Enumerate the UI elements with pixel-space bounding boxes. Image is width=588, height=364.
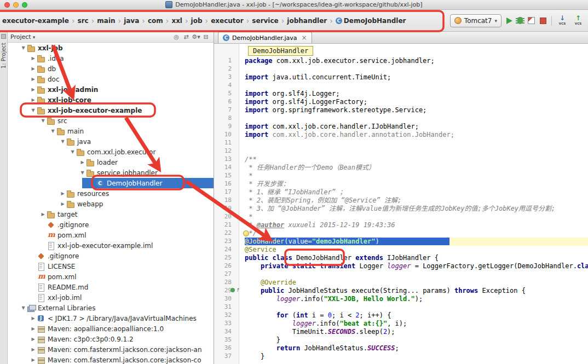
expanded-arrow-icon[interactable]: ▼ [39, 118, 47, 123]
tree-item-com.xxl.job.executor[interactable]: ▼com.xxl.job.executor [8, 147, 214, 157]
breadcrumb-item[interactable]: com [147, 16, 164, 26]
code-line[interactable]: * 1、继承 “IJobHandler” ； [245, 188, 588, 197]
breadcrumb-item[interactable]: executor [210, 16, 245, 26]
tree-item-maven-aopalliance-aopalliance-1.0[interactable]: ▶Maven: aopalliance:aopalliance:1.0 [8, 323, 214, 334]
collapsed-arrow-icon[interactable]: ▶ [30, 347, 37, 352]
run-button[interactable] [506, 18, 512, 24]
code-line[interactable]: * 3、加 “@JobHander” 注解，注解value值为新增任务生成的Jo… [245, 205, 588, 213]
tree-item-src[interactable]: ▼src [8, 115, 214, 126]
code-line[interactable]: TimeUnit.SECONDS.sleep(2); [245, 328, 588, 336]
breadcrumb-item[interactable]: jobhandler [286, 16, 328, 26]
code-line[interactable]: public class DemoJobHandler extends IJob… [245, 254, 588, 262]
collapsed-arrow-icon[interactable]: ▶ [30, 97, 37, 102]
code-line[interactable]: return JobHandleStatus.SUCCESS; [245, 344, 588, 353]
close-window-button[interactable] [4, 2, 10, 8]
tree-item-maven-com.fasterxml.jackson.core-jackson-an[interactable]: ▶Maven: com.fasterxml.jackson.core:jacks… [8, 344, 214, 355]
close-icon[interactable]: × [302, 34, 307, 42]
project-tool-window-button[interactable]: 1: Project [1, 43, 7, 68]
code-line[interactable]: * 开发步骤： [245, 180, 588, 188]
tree-item-maven-com.fasterxml.jackson.core-jackson-co[interactable]: ▶Maven: com.fasterxml.jackson.core:jacks… [8, 355, 214, 364]
breadcrumb-item[interactable]: xxl [170, 16, 183, 26]
code-line[interactable] [245, 82, 588, 90]
tree-item-license[interactable]: LICENSE [8, 261, 214, 271]
code-line[interactable]: public JobHandleStatus execute(String...… [245, 287, 588, 295]
stop-button[interactable] [540, 18, 546, 24]
code-line[interactable] [245, 139, 588, 147]
tree-item-resources[interactable]: ▶resources [8, 188, 214, 199]
code-line[interactable] [245, 65, 588, 73]
tree-item-xxl-job.iml[interactable]: xxl-job.iml [8, 292, 214, 303]
collapsed-arrow-icon[interactable]: ▶ [59, 201, 66, 206]
expanded-arrow-icon[interactable]: ▼ [20, 305, 27, 310]
breadcrumb-item[interactable]: src [76, 16, 89, 26]
tree-item-xxl-job[interactable]: ▼xxl-job [8, 43, 214, 53]
tool-strip-icon[interactable] [1, 34, 6, 39]
breadcrumb-item[interactable]: service [251, 16, 279, 26]
tree-item-webapp[interactable]: ▶webapp [8, 199, 214, 209]
code-line[interactable]: package com.xxl.job.executor.service.job… [245, 57, 588, 65]
tree-item-.gitignore[interactable]: .gitignore [8, 251, 214, 261]
code-line[interactable]: * @author xuxueli 2015-12-19 19:43:36 [245, 221, 588, 229]
vcs-update-button[interactable]: ↓ VCS [557, 15, 568, 26]
code-line[interactable]: import org.springframework.stereotype.Se… [245, 106, 588, 114]
expanded-arrow-icon[interactable]: ▼ [20, 45, 27, 50]
run-configuration-select[interactable]: Tomcat7 ▾ [450, 14, 501, 27]
tree-item-doc[interactable]: ▶doc [8, 74, 214, 84]
code-line[interactable]: import com.xxl.job.core.handler.IJobHand… [245, 123, 588, 131]
vcs-commit-button[interactable]: ↑ VCS [573, 15, 584, 26]
collapsed-arrow-icon[interactable]: ▶ [59, 191, 66, 196]
code-line[interactable] [245, 303, 588, 311]
collapsed-arrow-icon[interactable]: ▶ [30, 326, 37, 331]
code-line[interactable]: * [245, 213, 588, 221]
code-line[interactable]: } [245, 353, 588, 361]
breadcrumb-item[interactable]: DemoJobHandler [335, 16, 407, 26]
tree-item-loader[interactable]: ▶loader [8, 157, 214, 167]
code-line[interactable]: import java.util.concurrent.TimeUnit; [245, 73, 588, 82]
code-line[interactable]: } [245, 336, 588, 344]
code-line[interactable]: /** [245, 155, 588, 164]
code-line[interactable]: logger.info("beat at:{}", i); [245, 320, 588, 328]
tree-item-.idea[interactable]: ▶.idea [8, 53, 214, 63]
tree-item-service.jobhandler[interactable]: ▼service.jobhandler [8, 167, 214, 178]
breadcrumb-item[interactable]: job [190, 16, 204, 26]
tree-item-target[interactable]: ▶target [8, 209, 214, 219]
coverage-button[interactable] [528, 17, 535, 24]
code-line[interactable]: private static transient Logger logger =… [245, 262, 588, 270]
expanded-arrow-icon[interactable]: ▼ [49, 129, 56, 134]
collapsed-arrow-icon[interactable]: ▶ [30, 316, 37, 321]
code-line[interactable]: @JobHander(value="demoJobHandler") [245, 238, 588, 246]
tree-item-xxl-job-executor-example.iml[interactable]: xxl-job-executor-example.iml [8, 240, 214, 251]
zoom-window-button[interactable] [22, 2, 27, 8]
code-line[interactable]: @Override [245, 279, 588, 287]
tree-item-.gitignore[interactable]: .gitignore [8, 219, 214, 230]
tree-item-demojobhandler[interactable]: DemoJobHandler [8, 178, 214, 188]
chevron-down-icon[interactable]: ▾ [33, 34, 36, 40]
debug-button[interactable] [517, 17, 523, 24]
tree-item-java[interactable]: ▼java [8, 136, 214, 147]
code-line[interactable]: * 2、装配到Spring，例如加 “@Service” 注解; [245, 197, 588, 205]
collapsed-arrow-icon[interactable]: ▶ [30, 66, 37, 71]
collapse-all-icon[interactable]: ⊟ [201, 33, 211, 41]
settings-gear-icon[interactable]: ⚙▾ [191, 33, 201, 41]
code-line[interactable] [245, 147, 588, 155]
expanded-arrow-icon[interactable]: ▼ [59, 139, 66, 144]
code-line[interactable]: for (int i = 0; i < 2; i++) { [245, 311, 588, 320]
tree-item-external-libraries[interactable]: ▼External Libraries [8, 303, 214, 313]
breadcrumb-item[interactable]: java [123, 16, 140, 26]
minimize-window-button[interactable] [13, 2, 19, 8]
breadcrumb-item[interactable]: executor-example [1, 16, 70, 26]
collapsed-arrow-icon[interactable]: ▶ [79, 160, 86, 165]
tree-item-xxl-job-admin[interactable]: ▶xxl-job-admin [8, 84, 214, 95]
collapsed-arrow-icon[interactable]: ▶ [30, 56, 37, 61]
tree-item-main[interactable]: ▼main [8, 126, 214, 136]
code-line[interactable] [245, 270, 588, 279]
collapsed-arrow-icon[interactable]: ▶ [30, 87, 37, 92]
intention-bulb-icon[interactable] [243, 230, 249, 236]
tree-item-pom.xml[interactable]: pom.xml [8, 230, 214, 240]
code-line[interactable]: * [245, 172, 588, 180]
tree-item-jdk1.7-library-java-javavirtualmachines[interactable]: ▶< JDK1.7 > /Library/Java/JavaVirtualMac… [8, 313, 214, 323]
code-line[interactable]: logger.info("XXL-JOB, Hello World."); [245, 295, 588, 303]
expanded-arrow-icon[interactable]: ▼ [79, 170, 86, 175]
code-line[interactable]: * 任务Handler的一个Demo（Bean模式） [245, 164, 588, 172]
tab-demojobhandler-java[interactable]: DemoJobHandler.java × [218, 32, 312, 43]
